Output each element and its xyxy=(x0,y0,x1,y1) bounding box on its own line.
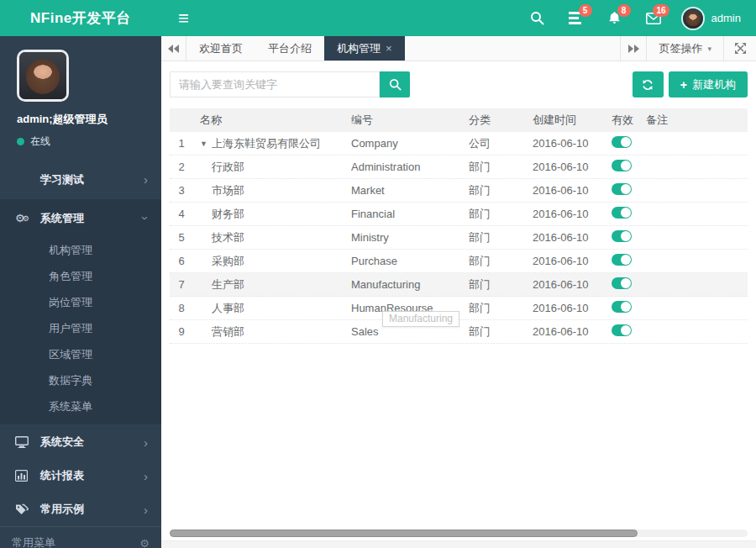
tags-icon xyxy=(15,503,40,515)
system-management-submenu: 机构管理角色管理岗位管理用户管理区域管理数据字典系统菜单 xyxy=(0,237,161,424)
toolbar: + 新建机构 xyxy=(170,71,748,97)
tabs-scroll-left-button[interactable] xyxy=(161,36,186,61)
valid-toggle-on[interactable] xyxy=(612,230,632,242)
sidebar-item-study-test[interactable]: 学习测试 › xyxy=(0,161,161,198)
valid-toggle-on[interactable] xyxy=(612,277,632,289)
sidebar-toggle-icon[interactable]: ≡ xyxy=(178,9,189,28)
org-category: 部门 xyxy=(469,230,533,245)
table-row[interactable]: 6采购部Purchase部门2016-06-10 xyxy=(170,250,748,273)
valid-cell xyxy=(612,254,646,268)
chevron-right-icon: › xyxy=(144,436,148,449)
table-row[interactable]: 7生产部Manufacturing部门2016-06-10 xyxy=(170,273,748,297)
sidebar-subitem-用户管理[interactable]: 用户管理 xyxy=(0,315,161,341)
valid-toggle-on[interactable] xyxy=(612,254,632,266)
row-index: 4 xyxy=(170,208,193,220)
org-code: Administration xyxy=(351,161,469,173)
caret-down-icon: ▾ xyxy=(707,45,711,53)
tabbar-spacer xyxy=(405,36,621,61)
bottom-strip xyxy=(161,540,756,548)
tab-平台介绍[interactable]: 平台介绍 xyxy=(255,36,324,61)
org-name: 生产部 xyxy=(212,277,244,292)
tab-bar: 欢迎首页平台介绍机构管理× 页签操作 ▾ xyxy=(161,36,756,61)
sidebar-subitem-岗位管理[interactable]: 岗位管理 xyxy=(0,289,161,315)
alerts-badge: 8 xyxy=(617,4,631,17)
sidebar-subitem-机构管理[interactable]: 机构管理 xyxy=(0,237,161,263)
mail-icon[interactable]: 16 xyxy=(634,0,673,36)
org-created: 2016-06-10 xyxy=(533,137,612,150)
fullscreen-icon[interactable] xyxy=(724,36,756,61)
valid-cell xyxy=(612,324,646,339)
table-row[interactable]: 1▼上海东鞋贸易有限公司Company公司2016-06-10 xyxy=(170,132,748,155)
valid-toggle-on[interactable] xyxy=(612,160,632,171)
page-content: + 新建机构 名称 编号 分类 创建时间 有效 备注 1▼上海东鞋贸易有限公司C… xyxy=(161,61,756,548)
tree-collapse-icon[interactable]: ▼ xyxy=(200,140,207,148)
search-button[interactable] xyxy=(380,71,410,97)
org-created: 2016-06-10 xyxy=(533,231,612,244)
search-input[interactable] xyxy=(170,71,380,97)
sidebar-subitem-数据字典[interactable]: 数据字典 xyxy=(0,367,161,393)
sidebar-item-system-security[interactable]: 系统安全 › xyxy=(0,425,161,459)
sidebar-item-system-management[interactable]: ⚙⚙ 系统管理 › xyxy=(0,199,161,237)
header-remark: 备注 xyxy=(646,113,748,128)
new-organization-button[interactable]: + 新建机构 xyxy=(669,71,748,97)
sidebar-item-statistics-reports[interactable]: 统计报表 › xyxy=(0,459,161,493)
close-tab-icon[interactable]: × xyxy=(386,42,392,55)
search-box xyxy=(170,71,410,97)
header-created: 创建时间 xyxy=(533,113,612,128)
org-code: Ministry xyxy=(351,231,469,244)
valid-toggle-on[interactable] xyxy=(612,183,632,195)
org-category: 部门 xyxy=(469,277,533,292)
online-label: 在线 xyxy=(30,134,50,149)
org-name-cell: 技术部 xyxy=(193,230,351,245)
sidebar-item-common-examples[interactable]: 常用示例 › xyxy=(0,493,161,526)
sidebar-item-label: 系统安全 xyxy=(40,435,144,450)
sidebar-item-label: 常用示例 xyxy=(40,502,144,517)
sidebar-subitem-角色管理[interactable]: 角色管理 xyxy=(0,263,161,289)
valid-cell xyxy=(612,207,646,221)
sidebar-subitem-系统菜单[interactable]: 系统菜单 xyxy=(0,393,161,419)
tab-operations-dropdown[interactable]: 页签操作 ▾ xyxy=(647,36,724,61)
profile-avatar[interactable] xyxy=(17,50,69,102)
valid-toggle-on[interactable] xyxy=(612,207,632,219)
tabs-scroll-right-button[interactable] xyxy=(621,36,646,61)
table-row[interactable]: 2行政部Administration部门2016-06-10 xyxy=(170,155,748,179)
org-category: 部门 xyxy=(469,183,533,198)
chevron-down-icon: › xyxy=(139,216,152,220)
sidebar-subitem-区域管理[interactable]: 区域管理 xyxy=(0,341,161,367)
search-icon[interactable] xyxy=(518,0,557,36)
tab-list: 欢迎首页平台介绍机构管理× xyxy=(186,36,405,61)
org-code: Market xyxy=(351,184,469,197)
sidebar: admin;超级管理员 在线 学习测试 › ⚙⚙ 系统管理 › xyxy=(0,36,161,548)
valid-toggle-on[interactable] xyxy=(612,301,632,313)
valid-toggle-on[interactable] xyxy=(612,324,632,336)
valid-toggle-on[interactable] xyxy=(612,136,632,148)
header-category: 分类 xyxy=(469,113,533,128)
tab-欢迎首页[interactable]: 欢迎首页 xyxy=(186,36,255,61)
avatar-photo xyxy=(19,52,66,99)
sidebar-nav: 学习测试 › ⚙⚙ 系统管理 › 机构管理角色管理岗位管理用户管理区域管理数据字… xyxy=(0,161,161,526)
bell-icon[interactable]: 8 xyxy=(596,0,634,36)
sidebar-item-label: 系统管理 xyxy=(40,211,144,226)
valid-cell xyxy=(612,136,646,150)
row-index: 1 xyxy=(170,137,193,150)
table-row[interactable]: 5技术部Ministry部门2016-06-10 xyxy=(170,226,748,250)
row-index: 7 xyxy=(170,278,193,291)
profile-status: 在线 xyxy=(17,134,161,149)
sidebar-item-label: 统计报表 xyxy=(40,468,144,483)
table-row[interactable]: 3市场部Market部门2016-06-10 xyxy=(170,179,748,203)
tasks-badge: 5 xyxy=(579,4,592,17)
org-created: 2016-06-10 xyxy=(533,184,612,197)
table-row[interactable]: 4财务部Financial部门2016-06-10 xyxy=(170,203,748,226)
refresh-button[interactable] xyxy=(633,71,664,97)
tasks-icon[interactable]: 5 xyxy=(557,0,596,36)
org-code: Company xyxy=(351,137,469,150)
user-avatar[interactable] xyxy=(681,7,705,30)
scrollbar-thumb[interactable] xyxy=(170,530,638,537)
online-dot-icon xyxy=(17,138,24,145)
gear-icon[interactable]: ⚙ xyxy=(139,537,150,548)
valid-cell xyxy=(612,183,646,198)
table-header-row: 名称 编号 分类 创建时间 有效 备注 xyxy=(170,108,748,132)
tab-机构管理[interactable]: 机构管理× xyxy=(324,36,405,61)
horizontal-scrollbar[interactable] xyxy=(170,530,748,537)
org-code: Sales xyxy=(351,325,469,338)
